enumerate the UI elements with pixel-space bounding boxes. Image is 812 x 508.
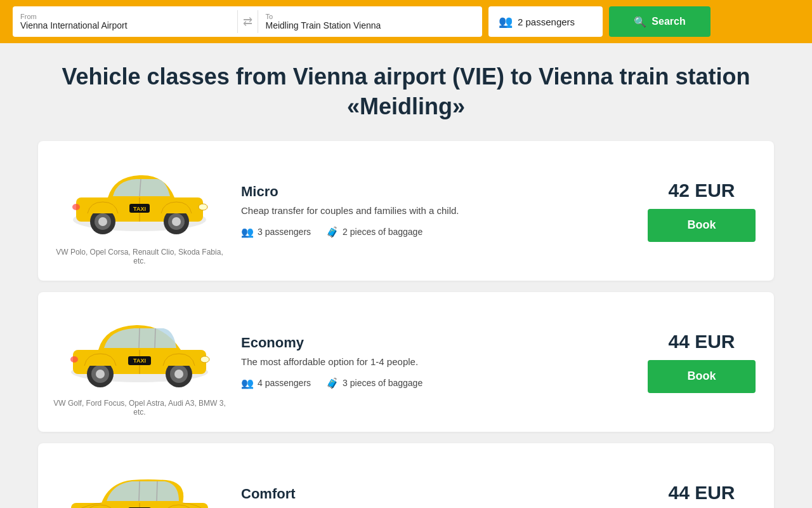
book-button[interactable]: Book <box>648 209 756 242</box>
car-image: TAXI <box>57 307 222 396</box>
svg-point-13 <box>72 204 80 210</box>
cards-container: TAXI VW Polo, Opel Corsa, Renault Clio, … <box>38 141 774 508</box>
car-image: TAXI <box>57 156 222 245</box>
svg-line-31 <box>139 481 140 501</box>
from-value: Vienna International Airport <box>20 20 230 30</box>
car-image-col: TAXI VW Passat, Toyota Camry, Toyota For… <box>51 458 228 508</box>
route-box: From Vienna International Airport ⇄ To M… <box>13 6 482 37</box>
car-image: TAXI <box>57 458 222 508</box>
page-title: Vehicle classes from Vienna airport (VIE… <box>38 62 774 122</box>
main-content: Vehicle classes from Vienna airport (VIE… <box>0 43 812 508</box>
passengers-icon: 👥 <box>499 15 513 29</box>
search-label: Search <box>652 16 685 27</box>
vehicle-card: TAXI VW Polo, Opel Corsa, Renault Clio, … <box>38 141 774 281</box>
vehicle-price: 42 EUR <box>668 180 735 201</box>
passengers-spec-icon: 👥 <box>241 377 254 389</box>
vehicle-card: TAXI VW Passat, Toyota Camry, Toyota For… <box>38 443 774 508</box>
svg-text:TAXI: TAXI <box>133 358 146 364</box>
to-label: To <box>266 13 475 20</box>
baggage-spec-icon: 🧳 <box>326 226 339 238</box>
header: From Vienna International Airport ⇄ To M… <box>0 0 812 43</box>
car-image-col: TAXI VW Golf, Ford Focus, Opel Astra, Au… <box>51 307 228 417</box>
vehicle-card: TAXI VW Golf, Ford Focus, Opel Astra, Au… <box>38 292 774 432</box>
passengers-count: 3 passengers <box>258 227 311 237</box>
baggage-spec: 🧳 2 pieces of baggage <box>326 226 422 238</box>
to-value: Meidling Train Station Vienna <box>266 20 475 30</box>
passengers-spec: 👥 3 passengers <box>241 226 311 238</box>
svg-point-21 <box>96 370 105 378</box>
svg-point-24 <box>174 370 183 378</box>
passengers-box[interactable]: 👥 2 passengers <box>488 6 603 37</box>
card-info: Economy The most affordable option for 1… <box>228 335 645 389</box>
svg-line-32 <box>157 481 157 501</box>
vehicle-description: Cheap transfer for couples and families … <box>241 205 632 216</box>
vehicle-class-name: Economy <box>241 335 632 351</box>
svg-point-28 <box>70 356 78 363</box>
vehicle-class-name: Comfort <box>241 486 632 502</box>
from-field[interactable]: From Vienna International Airport <box>13 9 237 34</box>
card-info: Comfort Ideal for family trips and long … <box>228 486 645 508</box>
passengers-count: 4 passengers <box>258 378 311 388</box>
car-models: VW Golf, Ford Focus, Opel Astra, Audi A3… <box>51 399 228 417</box>
vehicle-price: 44 EUR <box>668 482 735 504</box>
baggage-count: 3 pieces of baggage <box>343 378 422 388</box>
svg-point-6 <box>98 217 107 226</box>
svg-point-12 <box>199 204 207 210</box>
to-field[interactable]: To Meidling Train Station Vienna <box>258 9 483 34</box>
baggage-spec: 🧳 3 pieces of baggage <box>326 377 422 389</box>
book-button[interactable]: Book <box>648 360 756 393</box>
car-models: VW Polo, Opel Corsa, Renault Clio, Skoda… <box>51 248 228 265</box>
passengers-value: 2 passengers <box>518 17 575 27</box>
passengers-spec-icon: 👥 <box>241 226 254 238</box>
vehicle-price: 44 EUR <box>668 331 735 352</box>
vehicle-specs: 👥 4 passengers 🧳 3 pieces of baggage <box>241 377 632 389</box>
svg-text:TAXI: TAXI <box>133 205 146 211</box>
card-price-col: 42 EUR Book <box>645 180 759 242</box>
svg-line-16 <box>139 328 140 348</box>
svg-line-17 <box>155 328 155 348</box>
card-price-col: 44 EUR Book <box>645 331 759 393</box>
svg-point-9 <box>172 217 181 226</box>
card-info: Micro Cheap transfer for couples and fam… <box>228 184 645 238</box>
passengers-spec: 👥 4 passengers <box>241 377 311 389</box>
svg-point-27 <box>200 356 209 363</box>
search-icon: 🔍 <box>634 16 646 28</box>
vehicle-specs: 👥 3 passengers 🧳 2 pieces of baggage <box>241 226 632 238</box>
baggage-count: 2 pieces of baggage <box>343 227 422 237</box>
search-button[interactable]: 🔍 Search <box>609 6 710 37</box>
car-image-col: TAXI VW Polo, Opel Corsa, Renault Clio, … <box>51 156 228 265</box>
swap-icon[interactable]: ⇄ <box>238 15 258 29</box>
card-price-col: 44 EUR Book <box>645 482 759 508</box>
from-label: From <box>20 13 230 20</box>
vehicle-description: The most affordable option for 1-4 peopl… <box>241 356 632 367</box>
baggage-spec-icon: 🧳 <box>326 377 339 389</box>
vehicle-class-name: Micro <box>241 184 632 200</box>
